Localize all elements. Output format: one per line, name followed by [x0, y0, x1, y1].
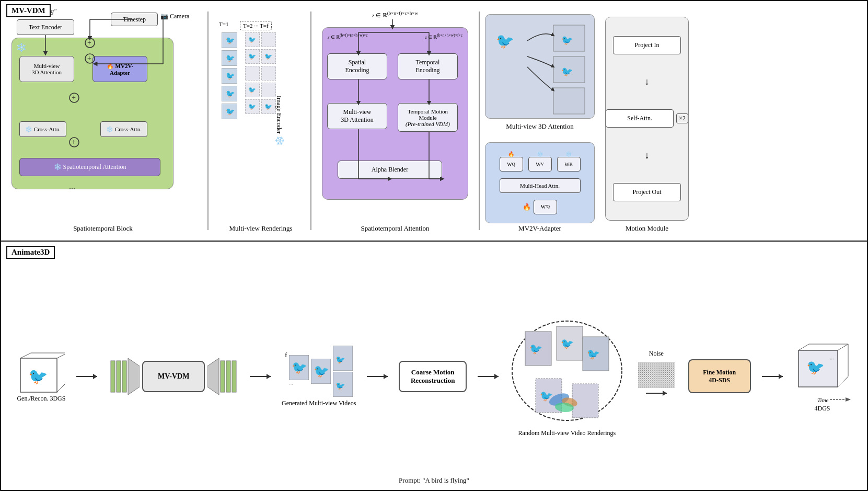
mv3d-svg: 🐦 🐦 🐦	[485, 15, 595, 119]
dashed-bird-5: 🐦	[245, 99, 260, 114]
mv3d-attn-label: Multi-view 3D Attention	[480, 122, 600, 131]
svg-text:🐦: 🐦	[561, 337, 574, 350]
self-attn-row: Self-Attn. ×2	[606, 109, 688, 128]
svg-text:🐦: 🐦	[226, 36, 235, 45]
arrow-3	[367, 376, 388, 377]
svg-text:🐦: 🐦	[226, 72, 235, 81]
arrow-4	[478, 376, 499, 377]
funnel-svg	[108, 356, 140, 397]
noise-svg	[635, 359, 677, 391]
bottom-flow: 🐦 Gen./Recon. 3DGS	[1, 262, 867, 490]
flow-arrow-3	[367, 376, 388, 377]
svg-line-59	[57, 353, 65, 358]
self-attn-box: Self-Attn.	[606, 109, 674, 128]
coarse-motion-box: Coarse MotionReconstruction	[399, 361, 467, 392]
svg-marker-108	[846, 397, 851, 402]
svg-rect-69	[221, 361, 225, 392]
svg-rect-36	[261, 66, 276, 81]
down-arrow-2: ↓	[645, 150, 650, 161]
temporal-motion-label: Temporal MotionModule(Pre-trained VDM)	[406, 108, 450, 127]
time-arrow: Time	[817, 396, 851, 404]
svg-text:🐦: 🐦	[248, 86, 256, 94]
svg-rect-66	[122, 361, 126, 392]
coarse-motion-label: Coarse MotionReconstruction	[411, 368, 455, 385]
cross-attn-left-box: ❄️ Cross-Attn.	[19, 121, 66, 137]
svg-text:🐦: 🐦	[28, 367, 48, 386]
bottom-section: Animate3D 🐦 Gen./Recon. 3DGS	[1, 242, 867, 490]
image-encoder-snowflake: ❄️	[276, 135, 285, 146]
fire-icon-wq2: 🔥	[523, 203, 531, 211]
arrow-1	[76, 376, 97, 377]
down-arrow-1: ↓	[645, 76, 650, 87]
mv3d-attn-box2: Multi-view3D Attention	[327, 103, 387, 129]
flow-arrow-4	[478, 376, 499, 377]
arrow-2	[250, 376, 271, 377]
dots-label: ···	[289, 381, 293, 387]
flow-arrow-1	[76, 376, 97, 377]
svg-rect-65	[117, 361, 121, 392]
svg-rect-89	[572, 384, 598, 418]
generated-videos-label: Generated Multi-view Videos	[282, 399, 356, 407]
right-section: 🐦 🐦 🐦 Multi-view 3D	[480, 1, 867, 241]
svg-text:🐦: 🐦	[226, 89, 235, 98]
dashed-bird-7: 🐦	[261, 49, 276, 64]
cross-attn-right-box: ❄️ Cross-Attn.	[100, 121, 147, 137]
spatiotemporal-attn-main: z ∈ ℝ(b×n×f)×c×h×w z ∈ ℝ(b×f)×(n×h×w)×c …	[311, 1, 479, 241]
svg-text:🐦: 🐦	[587, 348, 600, 360]
svg-text:🐦: 🐦	[292, 360, 307, 375]
mv2v-adapter-label: 🔥 MV2V-Adapter	[107, 63, 133, 76]
multiview-renderings-section: T=1 T=2 ··· T=f 🐦 🐦 🐦	[211, 1, 310, 241]
mv3d-attn2-label: Multi-view3D Attention	[341, 108, 373, 124]
svg-marker-67	[128, 358, 140, 395]
svg-text:🐦: 🐦	[561, 35, 573, 46]
motion-module-box: Project In ↓ Self-Attn. ×2 ↓ Project Out	[605, 17, 689, 221]
svg-text:🐦: 🐦	[314, 363, 329, 379]
frame-bird-d: 🐦	[333, 372, 353, 397]
dashed-bird-8	[261, 66, 276, 81]
3dgs-item: 🐦 Gen./Recon. 3DGS	[17, 350, 65, 403]
flow-arrow-5	[646, 393, 667, 394]
wk-col: ❄️ WK	[557, 151, 581, 172]
fine-motion-label: Fine Motion4D-SDS	[703, 369, 736, 384]
svg-rect-53	[553, 88, 585, 114]
svg-rect-94	[638, 362, 675, 388]
wq-col: 🔥 WQ	[500, 151, 523, 172]
4dgs-cube-container: 🐦 ··· Time	[793, 340, 851, 394]
wk-box: WK	[557, 157, 581, 172]
wq-box: WQ	[500, 157, 523, 172]
svg-text:🐦: 🐦	[335, 355, 345, 364]
temporal-encoding-box: TemporalEncoding	[398, 53, 458, 79]
decoder-svg	[207, 356, 239, 397]
time-arrow-svg	[830, 396, 851, 404]
dashed-bird-9	[261, 83, 276, 97]
divider-1	[207, 12, 209, 230]
svg-rect-70	[226, 361, 230, 392]
multihead-attn-box: Multi-Head Attn.	[500, 178, 581, 193]
video-frames-row: f 🐦 ··· 🐦 🐦 🐦	[285, 346, 353, 397]
svg-text:🐦: 🐦	[496, 32, 514, 50]
spatial-encoding-box: SpatialEncoding	[327, 53, 387, 79]
bottom-prompt: Prompt: "A bird is flying"	[399, 476, 469, 485]
image-encoder-label: Image Encoder ❄️	[275, 96, 285, 146]
spatial-encoding-label: SpatialEncoding	[345, 59, 369, 74]
random-mv-container: 🐦 🐦 🐦 🐦	[510, 316, 624, 428]
dashed-bird-1: 🐦	[245, 32, 260, 47]
svg-rect-37	[261, 83, 276, 97]
bird-frame-2: 🐦	[222, 50, 237, 66]
snowflake-icon: ❄️	[16, 42, 27, 52]
multiview-attn-label: Multi-view3D Attention	[32, 63, 62, 75]
dashed-bird-6	[261, 32, 276, 47]
mv2v-adapter-inner: 🔥 WQ ❄️ WV ❄️ WK Multi-Head Attn.	[485, 142, 595, 223]
frame-stack-1: 🐦 ···	[289, 355, 309, 387]
svg-text:🐦: 🐦	[561, 66, 573, 77]
render-frames: 🐦 🐦 🐦 🐦 🐦	[222, 32, 237, 119]
flow-arrow-2	[250, 376, 271, 377]
times2-badge: ×2	[676, 113, 688, 123]
bird-frame-4: 🐦	[222, 86, 237, 101]
mv2v-top-row: 🔥 WQ ❄️ WV ❄️ WK	[500, 151, 581, 172]
mv2v-adapter-label: MV2V-Adapter	[480, 224, 600, 233]
animate3d-title: Animate3D	[6, 246, 55, 259]
mv2v-adapter-box: 🔥 MV2V-Adapter	[92, 56, 147, 82]
dots-row: ···	[289, 381, 309, 387]
f-label: f	[285, 351, 287, 359]
